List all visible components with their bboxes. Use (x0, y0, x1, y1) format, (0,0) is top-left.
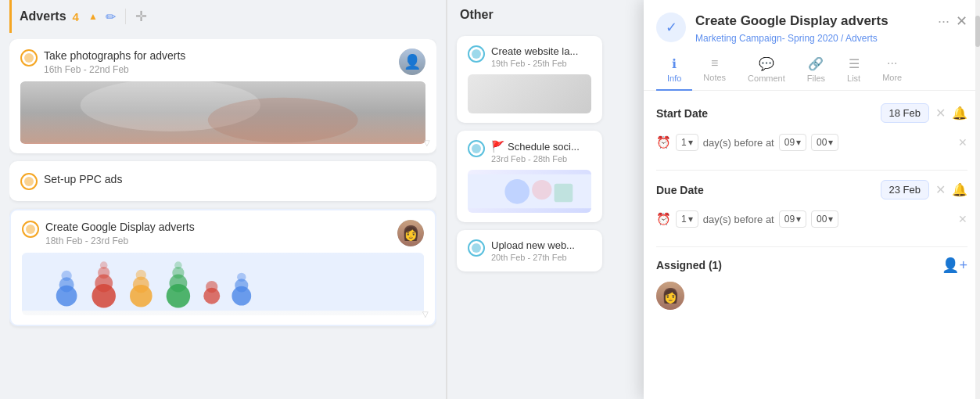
tab-list[interactable]: ☰ List (836, 50, 871, 91)
start-hour-value: 09 (784, 137, 795, 148)
start-reminder-hour[interactable]: 09 ▾ (779, 134, 806, 151)
card-checkbox-1[interactable] (20, 49, 38, 66)
start-date-section: Start Date 18 Feb ✕ 🔔 ⏰ 1 ▾ day(s) befor… (656, 103, 967, 154)
adverts-count-badge: 4 (73, 10, 79, 23)
due-hour-chevron: ▾ (796, 214, 801, 225)
panel-header: ✓ Create Google Display adverts Marketin… (644, 0, 980, 50)
other-title-3: Upload new web... (491, 239, 575, 251)
due-hour-value: 09 (784, 214, 795, 225)
due-reminder-days[interactable]: 1 ▾ (676, 210, 698, 228)
add-person-button[interactable]: 👤+ (942, 257, 967, 274)
start-date-badge[interactable]: 18 Feb (881, 103, 929, 123)
panel-scrollbar-thumb[interactable] (975, 16, 980, 47)
list-icon: ☰ (849, 56, 860, 71)
card-date-3: 18th Feb - 23rd Feb (45, 235, 195, 246)
start-reminder-minute[interactable]: 00 ▾ (811, 134, 838, 151)
other-date-1: 19th Feb - 25th Feb (491, 59, 578, 68)
tab-comment-label: Comment (748, 74, 785, 83)
other-card-3[interactable]: Upload new web... 20th Feb - 27th Feb (457, 230, 602, 271)
due-date-alarm-icon[interactable]: 🔔 (952, 182, 967, 197)
tab-info[interactable]: ℹ Info (656, 50, 692, 91)
panel-task-avatar: ✓ (656, 13, 686, 42)
svg-point-10 (100, 262, 108, 270)
card-dropdown-1[interactable]: ▽ (424, 138, 430, 147)
start-reminder-row: ⏰ 1 ▾ day(s) before at 09 ▾ 00 ▾ ✕ (656, 131, 967, 154)
panel-check-icon: ✓ (666, 19, 677, 36)
tab-files[interactable]: 🔗 Files (796, 50, 836, 91)
other-column-title: Other (460, 8, 494, 22)
adverts-column: Adverts 4 ▲ ✏ ✛ Take photographs for (0, 0, 446, 399)
svg-point-17 (174, 262, 182, 270)
other-checkbox-1[interactable] (468, 45, 485, 63)
card-take-photographs[interactable]: Take photographs for adverts 16th Feb - … (9, 39, 436, 153)
card-image-1 (20, 81, 425, 144)
start-reminder-days[interactable]: 1 ▾ (676, 134, 698, 151)
card-title-3: Create Google Display adverts (45, 220, 195, 234)
other-date-2: 23rd Feb - 28th Feb (491, 154, 580, 164)
sort-up-icon[interactable]: ▲ (88, 11, 98, 22)
detail-panel: ✓ Create Google Display adverts Marketin… (644, 0, 980, 399)
assigned-section: Assigned (1) 👤+ 👩 (656, 257, 967, 310)
other-checkbox-3[interactable] (468, 239, 485, 257)
other-date-3: 20th Feb - 27th Feb (491, 253, 575, 262)
tab-list-label: List (847, 74, 860, 83)
svg-point-6 (61, 271, 71, 281)
svg-point-22 (237, 273, 246, 282)
due-days-value: 1 (681, 214, 687, 225)
due-reminder-hour[interactable]: 09 ▾ (779, 210, 806, 228)
card-date-1: 16th Feb - 22nd Feb (44, 64, 185, 75)
panel-more-dots[interactable]: ··· (938, 13, 949, 30)
kanban-board: Adverts 4 ▲ ✏ ✛ Take photographs for (0, 0, 980, 399)
tab-notes[interactable]: ≡ Notes (692, 50, 737, 91)
adverts-column-header: Adverts 4 ▲ ✏ ✛ (9, 0, 436, 33)
card-dropdown-3[interactable]: ▽ (422, 310, 429, 318)
start-date-clear-icon[interactable]: ✕ (935, 106, 946, 120)
due-reminder-text: day(s) before at (703, 214, 774, 225)
svg-rect-3 (22, 255, 424, 311)
tab-notes-label: Notes (703, 73, 726, 82)
card-checkbox-2[interactable] (20, 173, 38, 190)
panel-tabs: ℹ Info ≡ Notes 💬 Comment 🔗 Files ☰ List … (644, 50, 980, 91)
card-image-3 (22, 253, 424, 315)
info-icon: ℹ (672, 56, 677, 71)
start-date-alarm-icon[interactable]: 🔔 (952, 106, 967, 120)
due-minute-value: 00 (817, 214, 827, 225)
start-date-row: Start Date 18 Feb ✕ 🔔 (656, 103, 967, 123)
tab-files-label: Files (807, 74, 825, 83)
panel-scrollbar[interactable] (975, 0, 980, 399)
due-date-clear-icon[interactable]: ✕ (935, 182, 946, 197)
due-date-badge[interactable]: 23 Feb (881, 180, 929, 200)
panel-title-area: Create Google Display adverts Marketing … (695, 13, 928, 44)
tab-more-label: More (882, 73, 902, 82)
card-ppc-ads[interactable]: Set-up PPC ads (9, 161, 436, 201)
svg-point-25 (532, 180, 551, 200)
card-checkbox-3[interactable] (22, 221, 39, 238)
move-icon[interactable]: ✛ (135, 8, 147, 25)
assigned-row: Assigned (1) 👤+ (656, 257, 967, 274)
other-card-1[interactable]: Create website la... 19th Feb - 25th Feb (457, 36, 602, 123)
card-google-display[interactable]: Create Google Display adverts 18th Feb -… (9, 209, 436, 326)
due-date-label: Due Date (656, 184, 874, 196)
panel-breadcrumb[interactable]: Marketing Campaign- Spring 2020 / Advert… (695, 33, 928, 44)
svg-point-2 (208, 98, 358, 143)
other-column-header: Other (457, 0, 602, 30)
due-reminder-clear-icon[interactable]: ✕ (958, 213, 967, 225)
adverts-header-icons: ▲ ✏ (88, 9, 116, 24)
notes-icon: ≡ (711, 56, 718, 70)
due-reminder-minute[interactable]: 00 ▾ (811, 210, 838, 228)
card-title-1: Take photographs for adverts (44, 49, 185, 63)
start-reminder-text: day(s) before at (703, 137, 774, 149)
tab-more[interactable]: ··· More (871, 50, 913, 91)
start-days-chevron: ▾ (688, 137, 693, 148)
svg-point-13 (136, 270, 146, 280)
other-checkbox-2[interactable] (468, 140, 485, 157)
tab-comment[interactable]: 💬 Comment (737, 50, 796, 91)
card-avatar-3: 👩 (397, 220, 424, 246)
start-reminder-clear-icon[interactable]: ✕ (958, 136, 967, 149)
due-reminder-row: ⏰ 1 ▾ day(s) before at 09 ▾ 00 ▾ ✕ (656, 207, 967, 231)
files-icon: 🔗 (808, 56, 824, 71)
edit-icon[interactable]: ✏ (106, 9, 116, 24)
due-minute-chevron: ▾ (828, 214, 833, 225)
other-card-2[interactable]: 🚩 Schedule soci... 23rd Feb - 28th Feb (457, 131, 602, 222)
panel-close-button[interactable]: ✕ (956, 13, 967, 30)
